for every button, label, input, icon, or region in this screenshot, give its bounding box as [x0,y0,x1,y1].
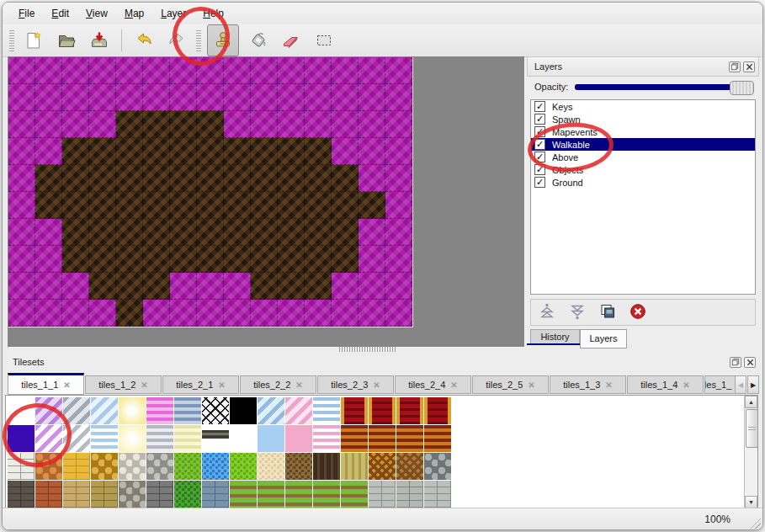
map-tile[interactable] [197,84,224,111]
map-tile[interactable] [305,84,332,111]
delete-layer-button[interactable] [627,302,649,322]
layers-float-button[interactable] [729,61,741,72]
map-tile[interactable] [143,138,170,165]
tilesets-close-button[interactable] [744,357,756,368]
map-tile[interactable] [89,273,116,300]
palette-tile[interactable] [91,425,118,452]
palette-tile[interactable] [424,453,451,480]
palette-tile[interactable] [91,481,118,508]
palette-tile[interactable] [35,481,62,508]
map-tile[interactable] [116,273,143,300]
map-tile[interactable] [116,84,143,111]
map-tile[interactable] [305,111,332,138]
map-tile[interactable] [359,273,385,300]
splitter-handle[interactable] [339,347,396,352]
map-tile[interactable] [8,84,35,111]
map-tile[interactable] [251,300,278,327]
palette-tile[interactable] [341,481,368,508]
map-tile[interactable] [224,111,251,138]
tileset-tab-tiles_2_1[interactable]: tiles_2_1✕ [162,375,239,394]
map-viewport[interactable] [8,56,525,348]
map-tile[interactable] [359,192,385,219]
map-tile[interactable] [385,165,412,192]
scroll-up-button[interactable]: ▲ [745,396,757,408]
map-tile[interactable] [62,165,89,192]
close-tab-icon[interactable]: ✕ [373,380,380,390]
palette-tile[interactable] [202,425,229,452]
map-tile[interactable] [305,192,332,219]
map-tile[interactable] [385,300,412,327]
map-tile[interactable] [305,273,332,300]
tab-layers[interactable]: Layers [580,329,627,348]
palette-tile[interactable] [285,481,312,508]
map-tile[interactable] [224,57,251,84]
map-tile[interactable] [62,84,89,111]
palette-tile[interactable] [313,453,340,480]
map-tile[interactable] [332,84,359,111]
map-tile[interactable] [170,111,197,138]
tab-scroll-right-button[interactable]: ▶ [747,375,759,394]
map-tile[interactable] [332,246,359,273]
map-tile[interactable] [143,300,170,327]
close-tab-icon[interactable]: ✕ [683,380,689,390]
map-tile[interactable] [89,300,116,327]
palette-tile[interactable] [258,453,284,480]
opacity-slider[interactable] [575,81,754,93]
map-tile[interactable] [385,84,412,111]
map-tile[interactable] [8,111,35,138]
palette-tile[interactable] [424,397,451,424]
palette-tile[interactable] [369,425,396,452]
palette-tile[interactable] [174,397,201,424]
tileset-tab-tiles_1[interactable]: tiles_1_✕ [704,375,739,394]
map-tile[interactable] [224,84,251,111]
palette-tile[interactable] [230,481,257,508]
map-tile[interactable] [62,111,89,138]
tileset-tab-tiles_2_5[interactable]: tiles_2_5✕ [472,375,549,394]
palette-tile[interactable] [146,453,173,480]
map-tile[interactable] [251,57,278,84]
map-tile[interactable] [35,138,62,165]
palette-tile[interactable] [258,425,284,452]
map-tile[interactable] [278,246,305,273]
map-tile[interactable] [170,273,197,300]
map-tile[interactable] [116,300,143,327]
map-tile[interactable] [224,192,251,219]
tileset-tab-tiles_1_1[interactable]: tiles_1_1✕ [8,373,84,395]
map-tile[interactable] [332,57,359,84]
opacity-slider-handle[interactable] [730,81,754,95]
tile-palette[interactable]: ▲ ▼ [5,395,758,509]
map-tile[interactable] [278,138,305,165]
map-tile[interactable] [35,192,62,219]
close-tab-icon[interactable]: ✕ [218,380,225,390]
map-tile[interactable] [332,111,359,138]
map-tile[interactable] [251,219,278,246]
map-tile[interactable] [116,165,143,192]
map-tile[interactable] [143,273,170,300]
map-tile[interactable] [278,165,305,192]
map-tile[interactable] [197,165,224,192]
map-tile[interactable] [197,273,224,300]
map-tile[interactable] [332,192,359,219]
map-tile[interactable] [359,246,385,273]
tileset-tab-tiles_2_3[interactable]: tiles_2_3✕ [317,375,394,394]
save-map-button[interactable] [86,27,113,54]
map-tile[interactable] [89,246,116,273]
palette-tile[interactable] [313,481,340,508]
tileset-tab-tiles_1_4[interactable]: tiles_1_4✕ [627,375,704,394]
map-tile[interactable] [278,84,305,111]
palette-tile[interactable] [396,453,423,480]
map-tile[interactable] [8,273,35,300]
move-layer-up-button[interactable] [536,302,558,322]
map-tile[interactable] [8,300,35,327]
map-tile[interactable] [305,246,332,273]
map-tile[interactable] [143,111,170,138]
map-tile[interactable] [35,219,62,246]
map-tile[interactable] [116,246,143,273]
map-tile[interactable] [385,138,412,165]
scroll-down-button[interactable]: ▼ [745,496,757,508]
map-tile[interactable] [305,138,332,165]
map-tile[interactable] [89,219,116,246]
map-tile[interactable] [170,300,197,327]
palette-tile[interactable] [119,397,146,424]
map-tile[interactable] [35,165,62,192]
